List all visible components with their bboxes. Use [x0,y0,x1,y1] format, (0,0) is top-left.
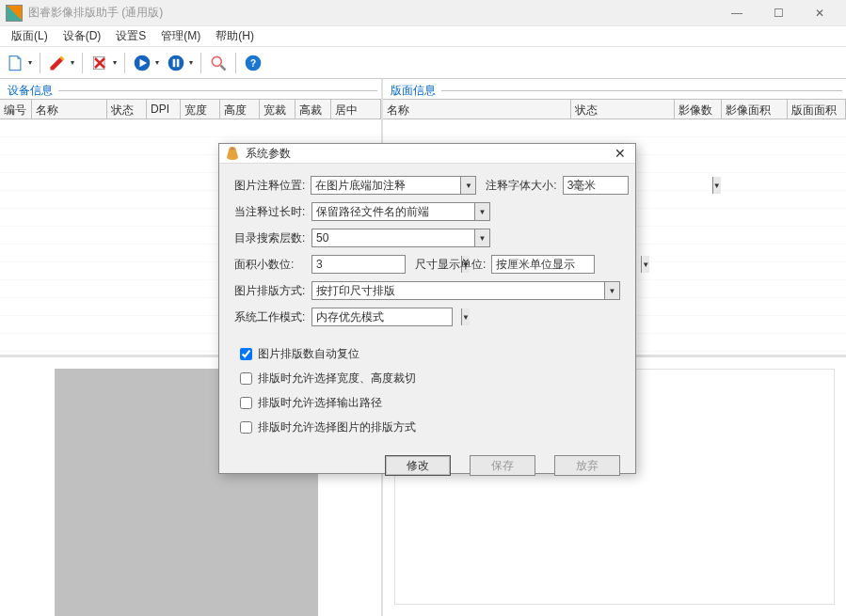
toolbar-separator [235,53,236,73]
col-imgnum[interactable]: 影像数 [675,100,722,118]
col-lstatus[interactable]: 状态 [571,100,675,118]
dialog-footer: 修改 保存 放弃 [219,448,635,487]
minimize-button[interactable]: — [716,0,758,26]
check-allow-output-label: 排版时允许选择输出路径 [258,395,382,411]
chevron-down-icon[interactable]: ▼ [461,308,470,325]
svg-rect-4 [177,58,180,66]
modify-button[interactable]: 修改 [385,455,451,476]
menu-manage[interactable]: 管理(M) [153,26,208,46]
app-icon [6,5,23,22]
check-allow-layout-label: 排版时允许选择图片的排版方式 [258,419,416,435]
col-wcrop[interactable]: 宽裁 [260,100,295,118]
search-icon [209,54,228,72]
dialog-titlebar[interactable]: 系统参数 ✕ [219,144,635,164]
new-file-button[interactable]: ▾ [4,52,34,74]
col-status[interactable]: 状态 [107,100,147,118]
pencil-icon [48,54,67,72]
col-pagearea[interactable]: 版面面积 [788,100,846,118]
dropdown-arrow-icon: ▾ [26,58,34,67]
col-id[interactable]: 编号 [0,100,32,118]
col-width[interactable]: 宽度 [181,100,220,118]
svg-line-6 [221,65,226,70]
play-button[interactable]: ▾ [131,52,161,74]
menu-help[interactable]: 帮助(H) [208,26,262,46]
input-annotation-long[interactable] [312,203,474,220]
check-allow-output-row[interactable]: 排版时允许选择输出路径 [240,393,620,412]
label-area-decimals: 面积小数位: [234,257,306,273]
dropdown-arrow-icon: ▾ [69,58,76,67]
chevron-down-icon[interactable]: ▼ [641,256,649,273]
col-imgarea[interactable]: 影像面积 [722,100,788,118]
combo-layout-mode[interactable]: ▼ [311,281,620,300]
svg-point-5 [212,56,221,66]
pause-icon [167,54,185,72]
check-auto-reset[interactable] [240,348,252,360]
check-allow-layout-row[interactable]: 排版时允许选择图片的排版方式 [240,418,620,436]
col-lname[interactable]: 名称 [383,100,571,118]
search-button[interactable] [207,52,230,74]
col-hcrop[interactable]: 高裁 [295,100,331,118]
label-dir-depth: 目录搜索层数: [234,230,306,246]
dropdown-arrow-icon: ▾ [153,58,161,67]
delete-button[interactable]: ▾ [88,52,119,74]
check-allow-output[interactable] [240,397,252,409]
toolbar-separator [40,53,40,73]
chevron-down-icon[interactable]: ▼ [604,282,619,299]
input-work-mode[interactable] [312,308,461,325]
help-button[interactable]: ? [242,52,264,74]
layout-grid-header: 名称 状态 影像数 影像面积 版面面积 [383,99,846,119]
combo-work-mode[interactable]: ▼ [311,308,453,326]
device-grid-header: 编号 名称 状态 DPI 宽度 高度 宽裁 高裁 居中 [0,99,381,119]
col-height[interactable]: 高度 [220,100,260,118]
combo-annotation-long[interactable]: ▼ [311,202,490,221]
close-button[interactable]: ✕ [799,0,840,26]
menu-bar: 版面(L) 设备(D) 设置S 管理(M) 帮助(H) [0,26,846,47]
check-allow-crop-row[interactable]: 排版时允许选择宽度、高度裁切 [240,369,620,387]
pause-button[interactable]: ▾ [165,52,195,74]
play-icon [133,54,152,72]
menu-settings[interactable]: 设置S [108,26,153,46]
input-layout-mode[interactable] [312,282,604,299]
check-auto-reset-row[interactable]: 图片排版数自动复位 [240,344,620,363]
check-auto-reset-label: 图片排版数自动复位 [258,346,359,362]
combo-annotation-font[interactable]: ▼ [563,176,629,195]
col-dpi[interactable]: DPI [147,100,181,118]
dialog-close-button[interactable]: ✕ [611,144,630,163]
menu-device[interactable]: 设备(D) [56,26,109,46]
combo-dir-depth[interactable]: ▼ [311,229,490,247]
discard-button[interactable]: 放弃 [554,455,620,476]
col-name[interactable]: 名称 [32,100,107,118]
label-annotation-long: 当注释过长时: [234,204,306,220]
settings-bag-icon [225,146,240,161]
edit-button[interactable]: ▾ [46,52,76,74]
check-allow-crop-label: 排版时允许选择宽度、高度裁切 [258,371,416,387]
combo-annotation-pos[interactable]: ▼ [311,176,476,195]
maximize-button[interactable]: ☐ [758,0,799,26]
input-dir-depth[interactable] [312,229,474,246]
dialog-title: 系统参数 [246,146,611,162]
chevron-down-icon[interactable]: ▼ [474,229,489,246]
col-center[interactable]: 居中 [331,100,381,118]
dropdown-arrow-icon: ▾ [111,58,119,67]
combo-area-decimals[interactable]: ▼ [311,255,406,274]
menu-layout[interactable]: 版面(L) [4,26,56,46]
delete-icon [90,54,109,72]
help-icon: ? [244,54,263,72]
svg-text:?: ? [250,58,256,69]
input-size-unit[interactable] [492,256,641,273]
toolbar-separator [124,53,125,73]
check-allow-crop[interactable] [240,372,252,385]
label-work-mode: 系统工作模式: [234,309,306,325]
check-allow-layout[interactable] [240,421,252,434]
combo-size-unit[interactable]: ▼ [491,255,595,274]
svg-point-2 [168,55,184,71]
chevron-down-icon[interactable]: ▼ [460,177,475,194]
chevron-down-icon[interactable]: ▼ [474,203,489,220]
label-annotation-pos: 图片注释位置: [234,178,305,194]
toolbar: ▾ ▾ ▾ ▾ ▾ ? [0,47,846,79]
label-size-unit: 尺寸显示单位: [415,257,486,273]
input-annotation-font[interactable] [564,177,712,194]
save-button[interactable]: 保存 [470,455,535,476]
input-annotation-pos[interactable] [311,177,460,194]
chevron-down-icon[interactable]: ▼ [712,177,721,194]
